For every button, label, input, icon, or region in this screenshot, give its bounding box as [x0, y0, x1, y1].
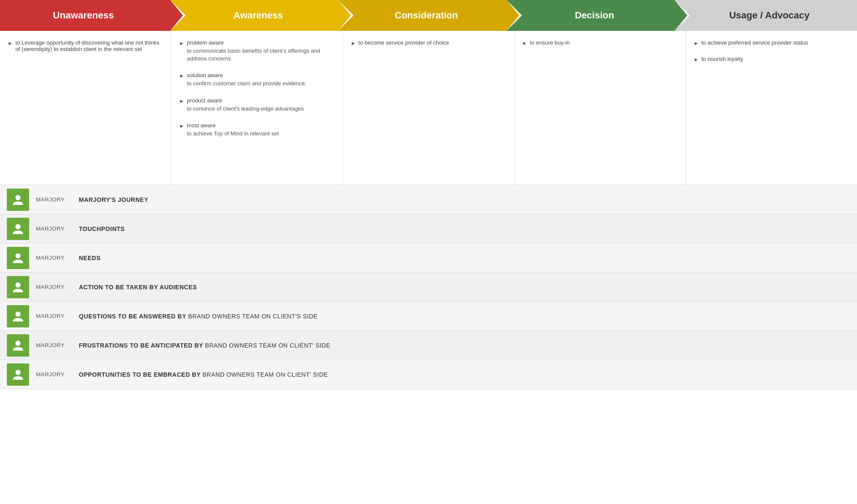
avatar-action [7, 276, 29, 298]
col-unawareness: ► to Leverage opportunity of discovering… [0, 31, 171, 185]
person-icon [11, 309, 25, 323]
row-needs-title: NEEDS [79, 255, 101, 261]
bullet-arrow: ► [8, 40, 13, 46]
awareness-item-4: ► most aware to achieve Top of Mind in r… [179, 122, 335, 138]
person-icon [11, 222, 25, 236]
avatar-opportunities [7, 363, 29, 386]
row-opportunities-person: MARJORY [36, 371, 70, 378]
advocacy-item-2: ► to nourish loyalty [694, 56, 849, 63]
avatar-frustrations [7, 334, 29, 357]
awareness-sub-2: to confirm customer claim and provide ev… [179, 80, 335, 87]
row-questions: MARJORY QUESTIONS TO BE ANSWERED BY BRAN… [0, 302, 857, 331]
advocacy-text-1: to achieve preferred service provider st… [701, 39, 808, 46]
svg-point-6 [15, 370, 21, 375]
bullet-arrow: ► [179, 73, 184, 79]
awareness-sub-3: to convince of client's leading-edge adv… [179, 105, 335, 113]
decision-item-1: ► to ensure buy-in [522, 39, 678, 46]
stage-advocacy-label: Usage / Advocacy [729, 10, 810, 21]
awareness-sub-1: to communicate basic benefits of client'… [179, 47, 335, 63]
stage-awareness: Awareness [171, 0, 339, 31]
stage-unawareness: Unawareness [0, 0, 171, 31]
bullet-arrow: ► [694, 57, 699, 63]
row-journey-person: MARJORY [36, 196, 70, 203]
row-questions-title: QUESTIONS TO BE ANSWERED BY BRAND OWNERS… [79, 313, 318, 320]
row-needs: MARJORY NEEDS [0, 243, 857, 273]
svg-point-3 [15, 282, 21, 288]
stage-consideration-label: Consideration [395, 10, 458, 21]
stage-decision: Decision [507, 0, 675, 31]
row-frustrations: MARJORY FRUSTRATIONS TO BE ANTICIPATED B… [0, 331, 857, 360]
avatar-questions [7, 305, 29, 327]
stage-consideration: Consideration [339, 0, 507, 31]
decision-text-1: to ensure buy-in [530, 39, 570, 46]
stage-advocacy: Usage / Advocacy [675, 0, 857, 31]
stage-awareness-label: Awareness [234, 10, 283, 21]
svg-point-2 [15, 253, 21, 258]
awareness-header-4: most aware [187, 122, 216, 129]
person-icon [11, 368, 25, 381]
row-frustrations-person: MARJORY [36, 342, 70, 348]
row-frustrations-title: FRUSTRATIONS TO BE ANTICIPATED BY BRAND … [79, 342, 330, 349]
bullet-arrow: ► [179, 98, 184, 104]
row-journey: MARJORY MARJORY'S JOURNEY [0, 185, 857, 214]
col-awareness: ► problem aware to communicate basic ben… [171, 31, 343, 185]
person-icon [11, 280, 25, 294]
col-decision: ► to ensure buy-in [515, 31, 686, 185]
row-journey-title: MARJORY'S JOURNEY [79, 196, 148, 203]
funnel-header: Unawareness Awareness Consideration Deci… [0, 0, 857, 31]
bullet-arrow: ► [694, 40, 699, 46]
svg-point-0 [15, 195, 21, 200]
awareness-item-1: ► problem aware to communicate basic ben… [179, 39, 335, 63]
stage-decision-label: Decision [575, 10, 614, 21]
svg-point-1 [15, 224, 21, 229]
bullet-arrow: ► [179, 40, 184, 46]
row-action-title: ACTION TO BE TAKEN BY AUDIENCES [79, 284, 197, 291]
row-action-person: MARJORY [36, 284, 70, 290]
person-icon [11, 193, 25, 207]
unawareness-item-1: ► to Leverage opportunity of discovering… [8, 39, 163, 52]
advocacy-text-2: to nourish loyalty [701, 56, 743, 62]
row-opportunities-title: OPPORTUNITIES TO BE EMBRACED BY BRAND OW… [79, 371, 328, 378]
row-touchpoints-title: TOUCHPOINTS [79, 225, 125, 232]
advocacy-item-1: ► to achieve preferred service provider … [694, 39, 849, 46]
row-needs-person: MARJORY [36, 255, 70, 261]
avatar-journey [7, 189, 29, 211]
avatar-touchpoints [7, 218, 29, 240]
awareness-item-2: ► solution aware to confirm customer cla… [179, 72, 335, 87]
unawareness-text-1: to Leverage opportunity of discovering w… [15, 39, 163, 52]
awareness-header-3: product aware [187, 97, 222, 104]
avatar-needs [7, 247, 29, 269]
content-area: ► to Leverage opportunity of discovering… [0, 31, 857, 185]
awareness-sub-4: to achieve Top of Mind in relevant set [179, 130, 335, 138]
svg-point-4 [15, 312, 21, 317]
awareness-header-1: problem aware [187, 39, 224, 46]
awareness-item-3: ► product aware to convince of client's … [179, 97, 335, 113]
stage-unawareness-label: Unawareness [53, 10, 114, 21]
row-questions-person: MARJORY [36, 313, 70, 319]
bullet-arrow: ► [351, 40, 356, 46]
svg-point-5 [15, 341, 21, 346]
col-advocacy: ► to achieve preferred service provider … [686, 31, 857, 185]
col-consideration: ► to become service provider of choice [343, 31, 514, 185]
row-touchpoints: MARJORY TOUCHPOINTS [0, 214, 857, 243]
person-icon [11, 339, 25, 352]
person-icon [11, 251, 25, 265]
row-touchpoints-person: MARJORY [36, 225, 70, 232]
consideration-text-1: to become service provider of choice [358, 39, 449, 46]
row-opportunities: MARJORY OPPORTUNITIES TO BE EMBRACED BY … [0, 360, 857, 389]
row-action: MARJORY ACTION TO BE TAKEN BY AUDIENCES [0, 273, 857, 302]
awareness-header-2: solution aware [187, 72, 223, 78]
bullet-arrow: ► [522, 40, 527, 46]
bullet-arrow: ► [179, 123, 184, 129]
consideration-item-1: ► to become service provider of choice [351, 39, 506, 46]
